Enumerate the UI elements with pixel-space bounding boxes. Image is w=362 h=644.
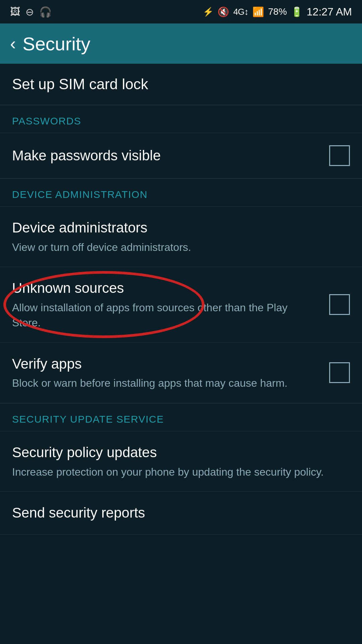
unknown-sources-text: Unknown sources Allow installation of ap… [12,279,329,330]
make-passwords-visible-text: Make passwords visible [12,147,329,165]
security-policy-updates-text: Security policy updates Increase protect… [12,443,350,479]
battery-percent: 78% [268,6,287,17]
device-administrators-title: Device administrators [12,219,340,237]
status-bar-right: ⚡ 🔇 4G↕ 📶 78% 🔋 12:27 AM [203,6,352,18]
battery-icon: 🔋 [291,6,303,17]
block-icon: ⊖ [25,6,34,18]
signal-icon: 📶 [252,6,264,17]
device-administrators-subtitle: View or turn off device administrators. [12,240,340,255]
status-bar: 🖼 ⊖ 🎧 ⚡ 🔇 4G↕ 📶 78% 🔋 12:27 AM [0,0,362,23]
verify-apps-item[interactable]: Verify apps Block or warn before install… [0,343,362,403]
verify-apps-title: Verify apps [12,355,319,373]
page-title: Security [22,33,90,55]
unknown-sources-title: Unknown sources [12,279,319,298]
send-security-reports-text: Send security reports [12,504,350,522]
verify-apps-checkbox[interactable] [329,362,350,383]
back-button[interactable]: ‹ [10,34,16,54]
sim-card-lock-item[interactable]: Set up SIM card lock [0,64,362,105]
headphone-icon: 🎧 [39,6,52,18]
device-administrators-text: Device administrators View or turn off d… [12,219,350,255]
security-policy-updates-title: Security policy updates [12,443,340,462]
make-passwords-visible-title: Make passwords visible [12,147,319,165]
device-admin-header-label: DEVICE ADMINISTRATION [12,189,147,200]
security-update-header-label: SECURITY UPDATE SERVICE [12,414,164,425]
settings-content: Set up SIM card lock PASSWORDS Make pass… [0,64,362,535]
send-security-reports-item[interactable]: Send security reports [0,492,362,535]
unknown-sources-subtitle: Allow installation of apps from sources … [12,300,319,330]
status-bar-left-icons: 🖼 ⊖ 🎧 [10,6,52,18]
unknown-sources-item[interactable]: Unknown sources Allow installation of ap… [0,267,362,342]
mute-icon: 🔇 [218,6,229,17]
verify-apps-text: Verify apps Block or warn before install… [12,355,329,391]
passwords-section-header: PASSWORDS [0,105,362,133]
send-security-reports-title: Send security reports [12,504,340,522]
verify-apps-subtitle: Block or warn before installing apps tha… [12,376,319,391]
device-administrators-item[interactable]: Device administrators View or turn off d… [0,207,362,267]
security-policy-updates-subtitle: Increase protection on your phone by upd… [12,465,340,480]
make-passwords-visible-item[interactable]: Make passwords visible [0,133,362,178]
security-update-section-header: SECURITY UPDATE SERVICE [0,403,362,431]
unknown-sources-checkbox[interactable] [329,294,350,315]
lte-icon: 4G↕ [233,7,248,17]
image-icon: 🖼 [10,6,20,17]
device-admin-section-header: DEVICE ADMINISTRATION [0,178,362,207]
passwords-header-label: PASSWORDS [12,115,81,126]
sim-card-lock-title: Set up SIM card lock [12,76,148,93]
status-time: 12:27 AM [307,6,352,18]
app-bar: ‹ Security [0,23,362,64]
bluetooth-icon: ⚡ [203,7,214,17]
make-passwords-visible-checkbox[interactable] [329,145,350,166]
security-policy-updates-item[interactable]: Security policy updates Increase protect… [0,431,362,492]
